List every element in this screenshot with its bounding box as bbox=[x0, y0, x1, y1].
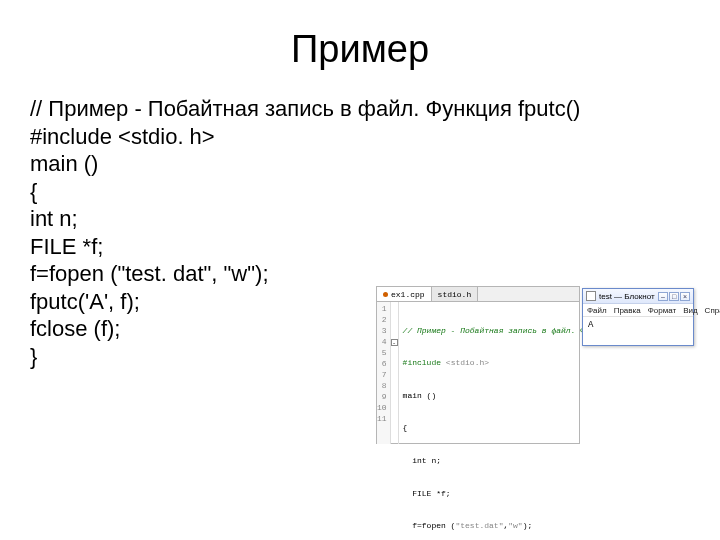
code-line: main () bbox=[30, 150, 690, 178]
output-content[interactable]: A bbox=[583, 317, 693, 345]
fold-toggle-icon[interactable]: - bbox=[391, 339, 398, 346]
dirty-indicator-icon bbox=[383, 292, 388, 297]
fold-gutter: - bbox=[391, 302, 399, 444]
code-line: #include <stdio. h> bbox=[30, 123, 690, 151]
menu-item[interactable]: Вид bbox=[683, 306, 697, 315]
code-line: // Пример - Побайтная запись в файл. Фун… bbox=[30, 95, 690, 123]
editor-tabs: ex1.cpp stdio.h bbox=[377, 287, 579, 302]
code-line: f=fopen ("test. dat", "w"); bbox=[30, 260, 690, 288]
output-window: test — Блокнот – □ × Файл Правка Формат … bbox=[582, 288, 694, 346]
menu-item[interactable]: Правка bbox=[614, 306, 641, 315]
notepad-icon bbox=[586, 291, 596, 301]
tab-label: stdio.h bbox=[438, 290, 472, 299]
minimize-button[interactable]: – bbox=[658, 292, 668, 301]
tab-label: ex1.cpp bbox=[391, 290, 425, 299]
close-button[interactable]: × bbox=[680, 292, 690, 301]
menu-item[interactable]: Формат bbox=[648, 306, 676, 315]
menu-item[interactable]: Файл bbox=[587, 306, 607, 315]
code-editor-window: ex1.cpp stdio.h 1 2 3 4 5 6 7 8 9 10 11 bbox=[376, 286, 580, 444]
menu-item[interactable]: Справка bbox=[705, 306, 720, 315]
code-line: FILE *f; bbox=[30, 233, 690, 261]
output-menu: Файл Правка Формат Вид Справка bbox=[583, 304, 693, 317]
slide-title: Пример bbox=[0, 28, 720, 71]
line-number-gutter: 1 2 3 4 5 6 7 8 9 10 11 bbox=[377, 302, 391, 444]
output-title: test — Блокнот bbox=[599, 292, 655, 301]
output-titlebar[interactable]: test — Блокнот – □ × bbox=[583, 289, 693, 304]
tab-active[interactable]: ex1.cpp bbox=[377, 287, 432, 301]
maximize-button[interactable]: □ bbox=[669, 292, 679, 301]
tab-inactive[interactable]: stdio.h bbox=[432, 287, 479, 301]
code-line: int n; bbox=[30, 205, 690, 233]
code-line: { bbox=[30, 178, 690, 206]
